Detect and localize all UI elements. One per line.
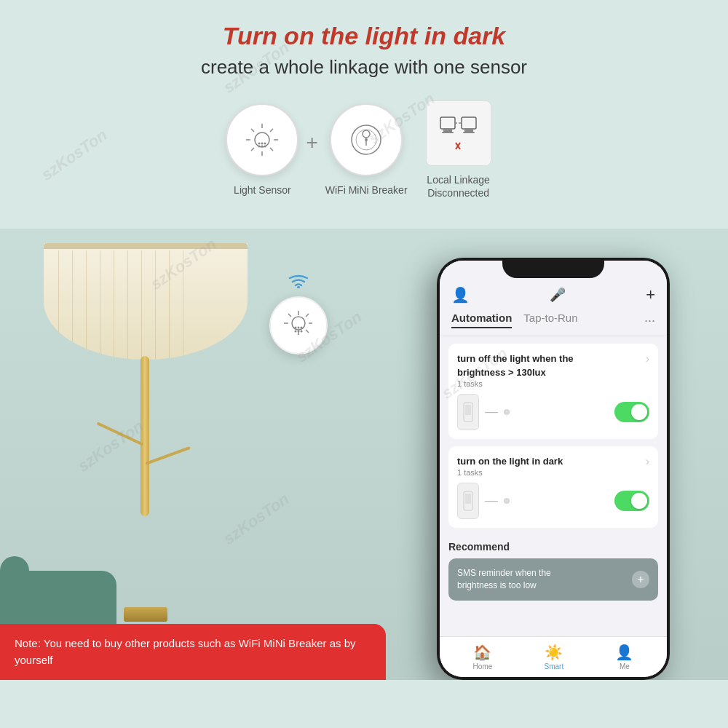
app-bottom-nav: 🏠 Home ☀️ Smart 👤 Me <box>440 636 667 677</box>
nav-smart[interactable]: ☀️ Smart <box>544 644 563 670</box>
note-banner: Note: You need to buy other products suc… <box>0 624 386 680</box>
svg-point-13 <box>261 146 264 148</box>
wifi-signal-icon <box>288 272 309 293</box>
light-sensor-label: Light Sensor <box>234 183 291 197</box>
breaker-svg <box>344 118 388 162</box>
lamp-shade-lines <box>44 250 248 360</box>
me-icon: 👤 <box>615 644 633 661</box>
recommend-card-text: SMS reminder when the brightness is too … <box>457 567 588 592</box>
nav-me-label: Me <box>620 662 630 670</box>
svg-point-19 <box>365 138 368 141</box>
nav-me[interactable]: 👤 Me <box>615 644 633 670</box>
svg-rect-23 <box>462 117 476 129</box>
sensor-circle-small <box>269 296 328 355</box>
svg-point-40 <box>301 327 303 329</box>
lamp <box>22 243 298 622</box>
svg-point-29 <box>297 286 300 288</box>
automation-item-2-header: turn on the light in dark 1 tasks › <box>457 455 649 477</box>
automation-2-controls: — <box>457 483 649 519</box>
smart-icon: ☀️ <box>545 644 563 661</box>
phone-screen: 👤 🎤 + Automation Tap-to-Run ··· turn off… <box>440 261 667 677</box>
svg-point-12 <box>258 146 261 148</box>
svg-point-10 <box>261 143 264 145</box>
plus-sign: + <box>306 131 317 154</box>
device-icon-1 <box>457 394 479 430</box>
nav-smart-label: Smart <box>544 662 563 670</box>
sub-title: create a whole linkage with one sensor <box>15 56 713 79</box>
phone-notch <box>502 258 604 278</box>
svg-rect-47 <box>465 494 471 504</box>
svg-line-36 <box>306 330 309 333</box>
lamp-branch-right <box>145 446 190 465</box>
svg-point-14 <box>264 146 266 148</box>
svg-point-43 <box>301 331 303 333</box>
nav-home-label: Home <box>473 662 493 670</box>
breaker-item: WiFi MiNi Breaker <box>325 103 408 197</box>
automation-item-2[interactable]: turn on the light in dark 1 tasks › — <box>448 446 658 528</box>
svg-line-6 <box>270 148 273 151</box>
phone-container: 👤 🎤 + Automation Tap-to-Run ··· turn off… <box>437 258 728 680</box>
linkage-item: Local Linkage Disconnected <box>415 100 502 199</box>
svg-point-17 <box>363 130 370 138</box>
breaker-circle <box>330 103 403 176</box>
svg-rect-22 <box>442 132 454 133</box>
recommend-section: Recommend SMS reminder when the brightne… <box>440 535 667 604</box>
nav-home[interactable]: 🏠 Home <box>473 644 493 670</box>
sensor-small-svg <box>280 307 317 344</box>
svg-rect-25 <box>463 132 475 133</box>
light-sensor-circle <box>226 103 298 176</box>
tab-automation[interactable]: Automation <box>451 312 512 328</box>
toggle-2[interactable] <box>614 491 649 511</box>
icons-row: Light Sensor + WiFi MiNi Breaker <box>15 100 713 199</box>
automation-1-tasks: 1 tasks <box>457 379 603 388</box>
light-sensor-svg <box>240 118 284 162</box>
automation-item-1[interactable]: turn off the light when the brightness >… <box>448 344 658 438</box>
sensor-floating <box>269 272 328 355</box>
device-icon-2 <box>457 483 479 519</box>
lamp-pole <box>141 356 149 516</box>
svg-line-35 <box>288 314 291 317</box>
linkage-svg <box>438 115 478 151</box>
recommend-title: Recommend <box>448 541 658 553</box>
svg-line-5 <box>251 129 254 132</box>
svg-point-9 <box>258 143 261 145</box>
svg-rect-24 <box>464 130 473 132</box>
chevron-right-icon-2: › <box>646 455 649 468</box>
svg-point-39 <box>298 327 300 329</box>
lamp-branch-left <box>96 422 143 446</box>
svg-line-8 <box>251 148 254 151</box>
automation-2-title: turn on the light in dark <box>457 455 563 468</box>
automation-2-tasks: 1 tasks <box>457 468 563 477</box>
phone-frame: 👤 🎤 + Automation Tap-to-Run ··· turn off… <box>437 258 670 680</box>
recommend-card[interactable]: SMS reminder when the brightness is too … <box>448 558 658 601</box>
toggle-1[interactable] <box>614 402 649 422</box>
note-text: Note: You need to buy other products suc… <box>15 636 371 668</box>
arrow-icon-1: — <box>485 404 498 419</box>
svg-point-11 <box>264 143 266 145</box>
recommend-plus-button[interactable]: + <box>632 571 649 588</box>
dot-icon-1 <box>504 409 510 415</box>
automation-1-controls: — <box>457 394 649 430</box>
lamp-shade <box>44 243 248 360</box>
top-section: Turn on the light in dark create a whole… <box>0 0 728 229</box>
svg-point-38 <box>295 327 297 329</box>
linkage-label: Local Linkage Disconnected <box>415 173 502 199</box>
light-sensor-item: Light Sensor <box>226 103 298 197</box>
svg-point-0 <box>255 132 269 147</box>
lamp-base <box>124 607 167 622</box>
svg-rect-20 <box>440 117 455 129</box>
automation-1-title: turn off the light when the brightness >… <box>457 352 603 379</box>
home-icon: 🏠 <box>473 644 491 661</box>
chevron-right-icon-1: › <box>646 352 649 365</box>
svg-point-42 <box>298 331 300 333</box>
mic-icon: 🎤 <box>550 287 566 303</box>
linkage-box <box>426 100 491 166</box>
svg-rect-45 <box>465 405 471 415</box>
breaker-label: WiFi MiNi Breaker <box>325 183 408 197</box>
add-icon[interactable]: + <box>646 285 655 304</box>
svg-rect-21 <box>443 130 452 132</box>
svg-line-7 <box>270 129 273 132</box>
tab-tap-to-run[interactable]: Tap-to-Run <box>523 312 577 328</box>
user-icon: 👤 <box>451 286 470 304</box>
tab-dots[interactable]: ··· <box>644 312 655 328</box>
